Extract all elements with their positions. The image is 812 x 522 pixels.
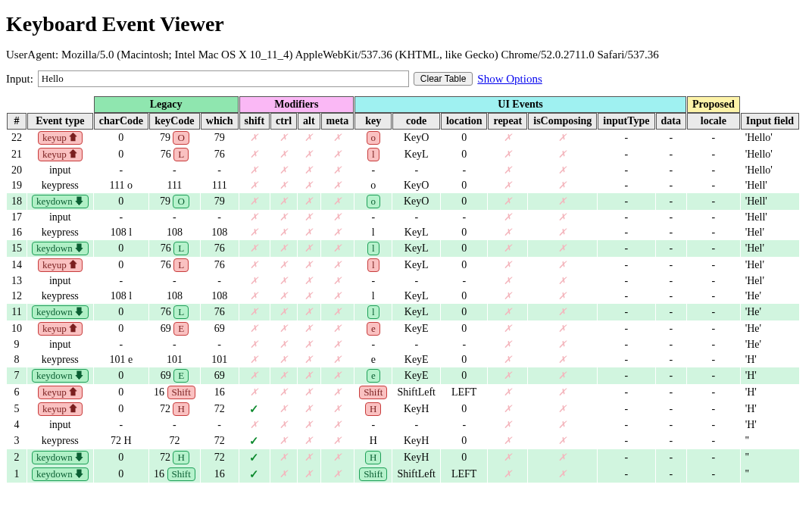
cell-num: 12 (7, 289, 27, 304)
cell-shift: ✗ (239, 337, 270, 352)
cell-which: 72 (201, 449, 239, 466)
cell-locale: - (687, 352, 740, 367)
cell-ctrl: ✗ (270, 289, 297, 304)
cell-code: KeyL (392, 257, 440, 274)
events-table: Legacy Modifiers UI Events Proposed # Ev… (6, 96, 800, 483)
cell-num: 7 (7, 367, 27, 384)
col-charcode: charCode (94, 113, 148, 130)
cell-inputtype: - (598, 193, 654, 210)
cell-ctrl: ✗ (270, 304, 297, 320)
x-icon: ✗ (280, 323, 288, 334)
cell-key: e (354, 367, 392, 384)
cell-code: KeyL (392, 146, 440, 163)
cell-ctrl: ✗ (270, 367, 297, 384)
event-type-badge: keydown 🡇 (32, 305, 89, 319)
cell-charcode: 101 e (94, 352, 148, 367)
cell-locale: - (687, 163, 740, 178)
cell-iscomposing: ✗ (528, 352, 597, 367)
cell-data: - (656, 225, 686, 240)
cell-code: KeyO (392, 178, 440, 193)
cell-repeat: ✗ (488, 210, 527, 225)
cell-repeat: ✗ (488, 289, 527, 304)
x-icon: ✗ (504, 195, 512, 207)
cell-key: - (354, 417, 392, 433)
cell-code: KeyO (392, 130, 440, 146)
cell-iscomposing: ✗ (528, 367, 597, 384)
cell-code: KeyL (392, 289, 440, 304)
cell-shift: ✗ (239, 320, 270, 337)
cell-shift: ✗ (239, 193, 270, 210)
x-icon: ✗ (558, 275, 567, 286)
x-icon: ✗ (504, 435, 512, 446)
x-icon: ✗ (333, 242, 342, 254)
keycode-cap: H (173, 402, 189, 416)
cell-meta: ✗ (321, 130, 354, 146)
cell-repeat: ✗ (488, 320, 527, 337)
cell-which: 108 (201, 225, 239, 240)
cell-location: 0 (441, 449, 487, 466)
x-icon: ✗ (304, 354, 313, 365)
x-icon: ✗ (280, 468, 288, 480)
table-row: 9input---✗✗✗✗---✗✗---'He' (7, 337, 799, 352)
key-cap: e (367, 322, 380, 336)
cell-locale: - (687, 146, 740, 163)
cell-location: 0 (441, 257, 487, 274)
event-input[interactable] (38, 70, 409, 87)
key-cap: o (367, 131, 381, 145)
x-icon: ✗ (250, 259, 258, 270)
clear-table-button[interactable]: Clear Table (414, 72, 473, 86)
x-icon: ✗ (333, 306, 342, 317)
x-icon: ✗ (558, 242, 567, 254)
cell-iscomposing: ✗ (528, 146, 597, 163)
x-icon: ✗ (504, 132, 512, 143)
cell-location: 0 (441, 401, 487, 417)
cell-locale: - (687, 433, 740, 449)
cell-ctrl: ✗ (270, 257, 297, 274)
cell-keycode: 76 L (149, 257, 200, 274)
col-iscomposing: isComposing (528, 113, 597, 130)
arrow-up-icon: 🡅 (68, 148, 78, 161)
cell-meta: ✗ (321, 384, 354, 401)
key-cap: H (365, 402, 381, 416)
x-icon: ✗ (250, 419, 258, 430)
cell-which: 101 (201, 352, 239, 367)
cell-location: 0 (441, 320, 487, 337)
show-options-link[interactable]: Show Options (477, 73, 542, 86)
cell-meta: ✗ (321, 401, 354, 417)
x-icon: ✗ (304, 148, 313, 160)
cell-charcode: 0 (94, 240, 148, 257)
x-icon: ✗ (333, 354, 342, 365)
x-icon: ✗ (304, 259, 313, 270)
cell-input-field: 'H' (741, 367, 799, 384)
cell-shift: ✗ (239, 240, 270, 257)
cell-num: 16 (7, 225, 27, 240)
cell-repeat: ✗ (488, 304, 527, 320)
keycode-cap: L (173, 242, 189, 255)
event-type-badge: keydown 🡇 (32, 369, 89, 383)
cell-locale: - (687, 337, 740, 352)
cell-alt: ✗ (298, 240, 320, 257)
cell-charcode: - (94, 417, 148, 433)
cell-repeat: ✗ (488, 384, 527, 401)
cell-which: - (201, 274, 239, 289)
cell-meta: ✗ (321, 367, 354, 384)
cell-key: o (354, 193, 392, 210)
cell-event-type: keypress (27, 433, 93, 449)
cell-which: 72 (201, 433, 239, 449)
cell-shift: ✓ (239, 433, 270, 449)
cell-repeat: ✗ (488, 130, 527, 146)
x-icon: ✗ (558, 164, 567, 176)
cell-num: 11 (7, 304, 27, 320)
cell-location: 0 (441, 130, 487, 146)
table-row: 15keydown 🡇076 L76✗✗✗✗lKeyL0✗✗---'Hel' (7, 240, 799, 257)
cell-inputtype: - (598, 337, 654, 352)
cell-code: - (392, 210, 440, 225)
x-icon: ✗ (280, 339, 288, 350)
x-icon: ✗ (504, 339, 512, 350)
x-icon: ✗ (280, 386, 288, 398)
cell-key: H (354, 401, 392, 417)
x-icon: ✗ (280, 419, 288, 430)
x-icon: ✗ (250, 227, 258, 238)
x-icon: ✗ (304, 164, 313, 176)
cell-location: - (441, 274, 487, 289)
